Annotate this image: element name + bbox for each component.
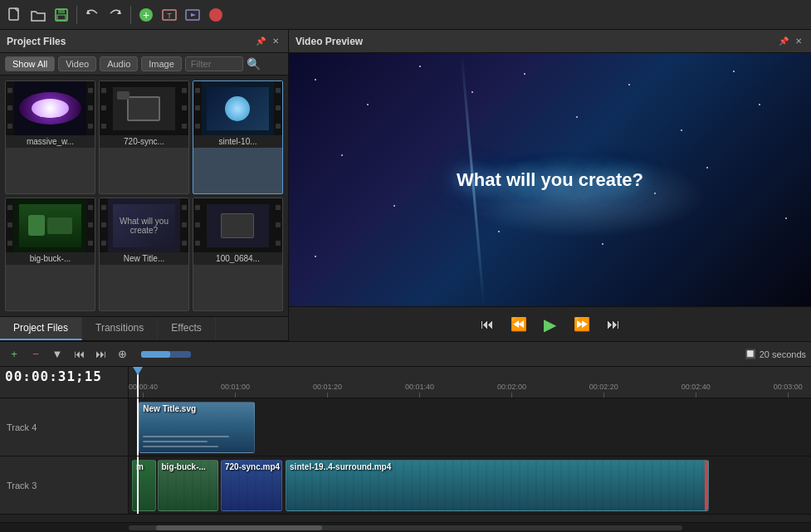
film-strip-left [6,81,14,135]
svg-text:+: + [143,8,149,22]
preview-title: Video Preview [296,36,363,47]
media-item-720sync[interactable]: 720-sync... [99,81,189,194]
media-item-massive[interactable]: massive_w... [5,81,95,194]
clip-bigbuck[interactable]: big-buck-... [158,460,219,511]
filter-bar: Show All Video Audio Image 🔍 [0,53,288,76]
filter-all-button[interactable]: Show All [5,56,55,71]
fast-forward-end-button[interactable]: ⏭ [601,312,626,337]
film-strip-left-2 [100,81,108,135]
playback-controls: ⏮ ⏪ ▶ ⏩ ⏭ [289,306,811,341]
filter-clear-button[interactable]: 🔍 [247,57,261,71]
preview-pin-button[interactable]: 📌 [778,36,789,47]
film-strip-right-3 [274,81,282,135]
filter-video-button[interactable]: Video [58,56,96,71]
preview-close-button[interactable]: ✕ [793,36,804,47]
film-strip-right [86,81,95,135]
prev-marker-button[interactable]: ⏮ [70,345,88,364]
right-panel: Video Preview 📌 ✕ [289,30,811,341]
preview-glow [457,154,706,237]
left-panel: Project Files 📌 ✕ Show All Video Audio I… [0,30,289,341]
remove-track-button[interactable]: − [27,345,45,364]
film-strip-left-5 [100,198,108,252]
marker-dropdown-button[interactable]: ▼ [48,345,66,364]
filter-audio-button[interactable]: Audio [100,56,138,71]
svg-text:T: T [167,12,172,20]
tab-transitions[interactable]: Transitions [82,317,158,340]
title-button[interactable]: T [159,5,179,25]
timecode: 00:00:31;15 [5,368,102,384]
scrollbar-thumb[interactable] [156,525,322,530]
svg-point-12 [209,8,222,22]
preview-header: Video Preview 📌 ✕ [289,30,811,53]
zoom-value: 20 seconds [760,349,806,359]
panel-controls: 📌 ✕ [255,36,281,47]
media-item-newtitle[interactable]: What will you create? New Title... [99,198,189,311]
pin-button[interactable]: 📌 [255,36,266,47]
ruler-row: 00:00:31;15 00:00:40 00:01:00 00:01:20 0… [0,367,811,398]
preview-controls: 📌 ✕ [778,36,804,47]
rewind-button[interactable]: ⏪ [506,312,531,337]
timeline-scrollbar [0,522,811,532]
media-label-bigbuck: big-buck-... [6,252,95,265]
zoom-icon: 🔲 [745,349,756,359]
track-content-3[interactable]: m big-buck-... 720-sync.mp4 sintel-19.. [129,456,811,514]
film-strip-right-2 [180,81,188,135]
export-button[interactable] [183,5,203,25]
track-row-4: Track 4 New Title.svg [0,398,811,456]
media-label-100-0684: 100_0684... [193,252,282,265]
tracks-area: Track 4 New Title.svg [0,398,811,522]
bottom-tabs: Project Files Transitions Effects [0,316,288,341]
preview-text: What will you create? [457,169,643,191]
rewind-start-button[interactable]: ⏮ [475,312,500,337]
ruler-marks-area[interactable]: 00:00:40 00:01:00 00:01:20 00:01:40 00:0… [129,367,811,398]
center-playhead-button[interactable]: ⊕ [113,345,131,364]
playhead-track3 [137,456,139,514]
clip-title-bigbuck: big-buck-... [162,462,206,471]
redo-button[interactable] [105,5,125,25]
track-content-4[interactable]: New Title.svg [129,398,811,456]
filter-input[interactable] [185,56,243,71]
timecode-area: 00:00:31;15 [0,367,129,398]
open-button[interactable] [28,5,48,25]
add-track-button[interactable]: + [5,345,23,364]
project-files-header: Project Files 📌 ✕ [0,30,288,53]
playhead[interactable] [137,367,139,398]
preview-area: What will you create? [289,53,811,306]
playhead-arrow [133,367,143,375]
media-grid: massive_w... 720-sync... [0,76,288,316]
media-item-100-0684[interactable]: 100_0684... [193,198,283,311]
filter-image-button[interactable]: Image [141,56,182,71]
clip-m[interactable]: m [132,460,156,511]
new-button[interactable] [5,5,25,25]
clip-title-720sync: 720-sync.mp4 [225,462,280,471]
fast-forward-button[interactable]: ⏩ [569,312,594,337]
next-marker-button[interactable]: ⏭ [91,345,110,364]
zoom-label: 🔲 20 seconds [745,349,806,359]
add-button[interactable]: + [136,5,156,25]
main-toolbar: + T [0,0,811,30]
clip-720sync[interactable]: 720-sync.mp4 [221,460,282,511]
record-button[interactable] [206,5,226,25]
tab-effects[interactable]: Effects [158,317,215,340]
undo-button[interactable] [82,5,102,25]
media-label-newtitle: New Title... [100,252,188,265]
track-row-3: Track 3 m big-buck-... 720-sync.mp4 [0,456,811,515]
svg-marker-11 [191,13,196,17]
save-button[interactable] [51,5,71,25]
timeline-toolbar: + − ▼ ⏮ ⏭ ⊕ 🔲 20 seconds [0,342,811,367]
media-item-sintel[interactable]: sintel-10... [193,81,283,194]
clip-newtitle[interactable]: New Title.svg [139,402,255,453]
clip-sintel-surround[interactable]: sintel-19..4-surround.mp4 [286,460,709,511]
scrollbar-track[interactable] [129,525,682,530]
timeline-content: 00:00:31;15 00:00:40 00:01:00 00:01:20 0… [0,367,811,532]
media-item-bigbuck[interactable]: big-buck-... [5,198,95,311]
svg-rect-3 [57,15,66,20]
film-strip-left-6 [193,198,202,252]
clip-title-sintel-surround: sintel-19..4-surround.mp4 [290,462,391,471]
tab-project-files[interactable]: Project Files [0,317,82,340]
main-area: Project Files 📌 ✕ Show All Video Audio I… [0,30,811,341]
close-panel-button[interactable]: ✕ [270,36,281,47]
film-strip-right-6 [274,198,282,252]
play-button[interactable]: ▶ [538,312,563,337]
svg-rect-2 [58,9,65,13]
